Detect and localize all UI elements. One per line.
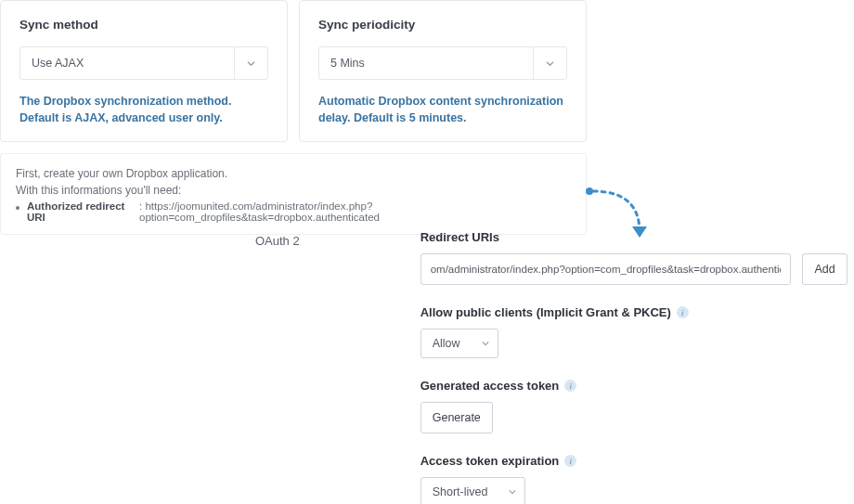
oauth-area: OAuth 2 Redirect URIs Add Allow public c… <box>255 230 848 504</box>
info-bullet-label: Authorized redirect URI <box>27 200 136 223</box>
public-clients-title: Allow public clients (Implicit Grant & P… <box>421 305 848 319</box>
chevron-down-icon <box>533 47 566 79</box>
sync-method-dropdown[interactable]: Use AJAX <box>19 46 268 80</box>
sync-periodicity-value: 5 Mins <box>319 47 533 79</box>
info-line-1: First, create your own Dropbox applicati… <box>16 165 571 182</box>
generated-token-label: Generated access token <box>421 379 560 393</box>
top-config-area: Sync method Use AJAX The Dropbox synchro… <box>0 0 854 235</box>
token-expiration-title: Access token expiration i <box>421 454 848 468</box>
info-icon[interactable]: i <box>564 380 576 392</box>
chevron-down-icon <box>473 330 498 357</box>
sync-method-card: Sync method Use AJAX The Dropbox synchro… <box>0 0 288 142</box>
sync-periodicity-help: Automatic Dropbox content synchronizatio… <box>318 93 567 126</box>
oauth-form: Redirect URIs Add Allow public clients (… <box>421 230 848 504</box>
generated-token-title: Generated access token i <box>421 379 848 393</box>
info-bullet-row: Authorized redirect URI : https://joomun… <box>16 200 571 223</box>
redirect-uri-row: Add <box>421 253 848 285</box>
add-button[interactable]: Add <box>802 253 847 285</box>
public-clients-label: Allow public clients (Implicit Grant & P… <box>421 305 671 319</box>
sync-periodicity-dropdown[interactable]: 5 Mins <box>318 46 567 80</box>
sync-periodicity-title: Sync periodicity <box>318 18 567 32</box>
bullet-dot-icon <box>16 206 19 210</box>
info-icon[interactable]: i <box>564 455 576 467</box>
info-icon[interactable]: i <box>677 306 689 318</box>
config-cards-row: Sync method Use AJAX The Dropbox synchro… <box>0 0 854 142</box>
info-bullet-uri: : https://joomunited.com/administrator/i… <box>139 200 571 223</box>
sync-method-help: The Dropbox synchronization method. Defa… <box>19 93 268 126</box>
chevron-down-icon <box>500 478 524 504</box>
token-expiration-value: Short-lived <box>421 478 501 504</box>
dropbox-info-strip: First, create your own Dropbox applicati… <box>0 153 587 235</box>
oauth-section-label: OAuth 2 <box>255 230 300 248</box>
public-clients-dropdown[interactable]: Allow <box>421 329 498 358</box>
public-clients-value: Allow <box>421 330 473 357</box>
redirect-uris-label: Redirect URIs <box>421 230 499 244</box>
chevron-down-icon <box>234 47 267 79</box>
info-line-2: With this informations you'll need: <box>16 182 571 199</box>
generate-button[interactable]: Generate <box>421 402 493 433</box>
redirect-uri-input[interactable] <box>421 253 792 285</box>
token-expiration-label: Access token expiration <box>421 454 560 468</box>
token-expiration-dropdown[interactable]: Short-lived <box>421 477 526 504</box>
sync-method-title: Sync method <box>19 18 268 32</box>
sync-periodicity-card: Sync periodicity 5 Mins Automatic Dropbo… <box>299 0 587 142</box>
generate-button-row: Generate <box>421 402 493 433</box>
redirect-uris-title: Redirect URIs <box>421 230 848 244</box>
sync-method-value: Use AJAX <box>20 47 234 79</box>
